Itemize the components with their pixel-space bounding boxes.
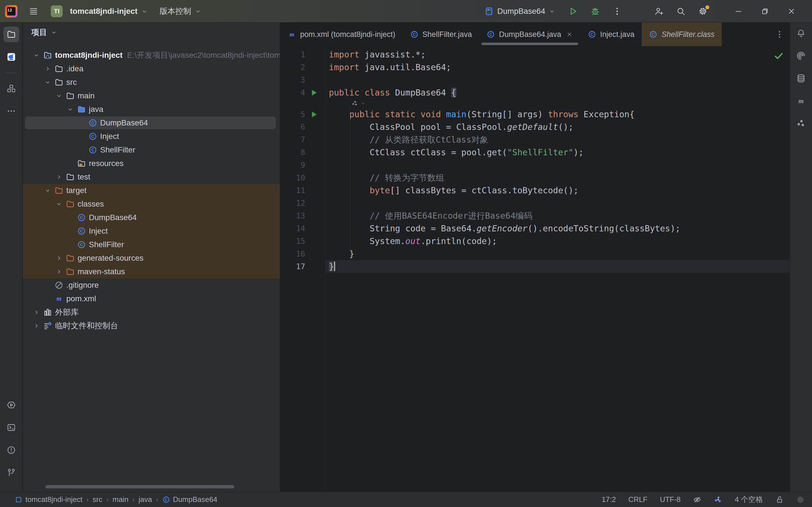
close-button[interactable] (787, 7, 796, 15)
editor-tab[interactable]: CDumpBase64.java (479, 22, 580, 46)
run-button[interactable] (568, 6, 578, 16)
tree-row-maven-status[interactable]: maven-status (23, 265, 280, 278)
ai-assistant-button[interactable] (793, 48, 809, 64)
minimize-button[interactable] (734, 7, 743, 15)
database-tool-button[interactable] (793, 70, 809, 86)
ai-codelens-inlay[interactable] (281, 99, 790, 108)
line-number: 14 (281, 222, 305, 235)
debug-button[interactable] (590, 6, 600, 16)
notifications-button[interactable] (793, 25, 809, 41)
status-bar: tomcat8jndi-inject›src›main›java›CDumpBa… (0, 492, 812, 507)
more-actions-button[interactable] (612, 6, 622, 16)
run-gutter-icon[interactable] (305, 86, 323, 99)
intellij-logo-icon[interactable]: IJ (5, 5, 17, 17)
tree-row-src[interactable]: src (23, 75, 280, 89)
svg-text:C: C (80, 242, 83, 247)
file-writable-widget[interactable] (775, 496, 784, 504)
chevron-down-icon[interactable] (42, 79, 53, 86)
tree-row-main[interactable]: main (23, 89, 280, 103)
chevron-right-icon[interactable] (31, 309, 42, 316)
tree-row-resources[interactable]: resources (23, 157, 280, 170)
tree-row-外部库[interactable]: 外部库 (23, 305, 280, 319)
chevron-right-icon[interactable] (53, 174, 64, 180)
lingma-status-widget[interactable] (714, 496, 722, 504)
line-separator[interactable]: CRLF (628, 495, 648, 504)
tree-row-Inject[interactable]: CInject (23, 130, 280, 143)
chevron-right-icon[interactable] (53, 268, 64, 275)
more-tool-windows-button[interactable] (3, 103, 19, 119)
chevron-right-icon[interactable] (53, 255, 64, 262)
maven-tool-button[interactable]: m (793, 93, 809, 109)
search-everywhere-button[interactable] (676, 6, 686, 16)
left-tool-stripe (0, 22, 22, 492)
tree-row-.idea[interactable]: .idea (23, 62, 280, 75)
breadcrumb-item[interactable]: main (112, 495, 128, 504)
inspections-ok-icon[interactable] (773, 50, 784, 61)
tab-options-button[interactable] (775, 30, 784, 39)
terminal-tool-button[interactable] (3, 419, 19, 436)
tree-row-Inject[interactable]: CInject (23, 224, 280, 238)
tree-row-临时文件和控制台[interactable]: 临时文件和控制台 (23, 319, 280, 333)
chevron-down-icon[interactable] (31, 52, 42, 59)
file-encoding[interactable]: UTF-8 (660, 495, 681, 504)
editor-tab[interactable]: CShellFilter.java (403, 22, 479, 46)
chevron-down-icon[interactable] (64, 106, 76, 113)
run-configuration-widget[interactable]: DumpBase64 (480, 3, 559, 19)
maximize-button[interactable] (761, 7, 769, 15)
chevron-down-icon[interactable] (53, 93, 64, 99)
chevron-down-icon (195, 8, 201, 15)
gutter-cell (305, 260, 323, 273)
tree-label: src (66, 78, 77, 87)
tree-row-classes[interactable]: classes (23, 197, 280, 211)
breadcrumb-item[interactable]: CDumpBase64 (162, 495, 217, 504)
tree-row-ShellFilter[interactable]: CShellFilter (23, 238, 280, 251)
problems-tool-button[interactable] (3, 442, 19, 458)
caret-position[interactable]: 17:2 (602, 495, 616, 504)
tree-label: test (78, 172, 90, 181)
main-menu-button[interactable] (29, 6, 38, 16)
tree-row-tomcat8jndi-inject[interactable]: tomcat8jndi-injectE:\开发项目\javasec2\tomca… (23, 49, 280, 62)
code-with-me-button[interactable] (654, 6, 664, 16)
breadcrumb-label: java (139, 495, 152, 504)
tree-row-test[interactable]: test (23, 170, 280, 184)
code-line-6: 6 ClassPool pool = ClassPool.getDefault(… (281, 121, 790, 133)
close-icon[interactable] (566, 31, 573, 38)
chevron-down-icon (360, 101, 365, 106)
chevron-down-icon[interactable] (53, 201, 64, 208)
code-editor[interactable]: 1import javassist.*;2import java.util.Ba… (281, 47, 790, 492)
vcs-widget[interactable]: 版本控制 (156, 3, 205, 19)
structure-tool-button[interactable] (3, 80, 19, 96)
project-panel-header[interactable]: 项目 (23, 22, 280, 42)
run-gutter-icon[interactable] (305, 108, 323, 121)
chevron-right-icon[interactable] (31, 322, 42, 329)
lingma-tool-button[interactable] (793, 116, 809, 131)
memory-indicator[interactable] (796, 496, 805, 504)
breadcrumb-item[interactable]: tomcat8jndi-inject (15, 495, 82, 504)
chevron-right-icon[interactable] (42, 65, 53, 72)
editor-tab[interactable]: mpom.xml (tomcat8jndi-inject) (281, 22, 403, 46)
tree-row-DumpBase64[interactable]: CDumpBase64 (23, 116, 280, 130)
tab-label: pom.xml (tomcat8jndi-inject) (300, 30, 395, 39)
line-number: 2 (281, 61, 305, 73)
tree-row-DumpBase64[interactable]: CDumpBase64 (23, 211, 280, 224)
proofread-widget[interactable] (693, 496, 701, 504)
editor-tab[interactable]: CShellFilter.class (642, 22, 722, 46)
indent-style[interactable]: 4 个空格 (735, 495, 763, 504)
breadcrumb-item[interactable]: java (139, 495, 152, 504)
chevron-down-icon[interactable] (42, 187, 53, 194)
git-tool-button[interactable] (3, 465, 19, 481)
settings-button[interactable] (698, 6, 708, 16)
editor-tab[interactable]: CInject.java (580, 22, 642, 46)
tree-row-ShellFilter[interactable]: CShellFilter (23, 143, 280, 157)
tree-row-target[interactable]: target (23, 184, 280, 197)
tree-row-generated-sources[interactable]: generated-sources (23, 251, 280, 265)
tree-row-java[interactable]: java (23, 103, 280, 116)
tree-row-.gitignore[interactable]: .gitignore (23, 278, 280, 292)
services-tool-button[interactable] (3, 397, 19, 413)
breadcrumb-item[interactable]: src (93, 495, 102, 504)
plugin-tool-button[interactable] (3, 49, 19, 65)
horizontal-scrollbar[interactable] (45, 485, 235, 489)
project-widget[interactable]: TI tomcat8jndi-inject (47, 3, 152, 19)
project-tool-button[interactable] (3, 26, 19, 42)
tree-row-pom.xml[interactable]: mpom.xml (23, 292, 280, 305)
